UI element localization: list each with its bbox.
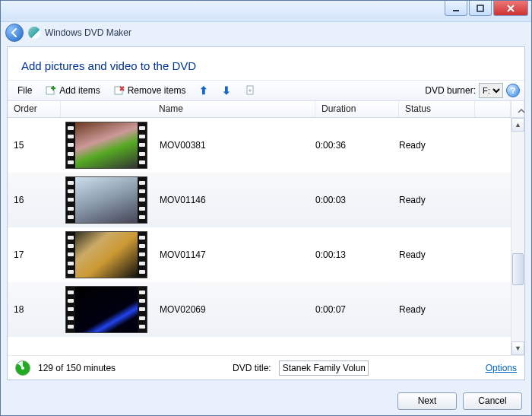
scrollbar-thumb[interactable] xyxy=(512,253,524,285)
file-menu-label: File xyxy=(17,85,32,96)
cell-order: 15 xyxy=(8,140,61,151)
col-scroll-header xyxy=(511,101,524,117)
app-title: Windows DVD Maker xyxy=(45,27,131,38)
dvd-burner-label: DVD burner: xyxy=(425,85,476,96)
cell-order: 18 xyxy=(8,304,61,315)
col-name-header[interactable]: Name xyxy=(159,103,183,115)
cell-status: Ready xyxy=(399,195,475,205)
vertical-scrollbar[interactable]: ▲ ▼ xyxy=(511,118,524,355)
dvd-burner-select[interactable]: F: xyxy=(479,83,503,98)
table-row[interactable]: 18MOV020690:00:07Ready xyxy=(8,282,511,337)
table-row[interactable]: 16MOV011460:00:03Ready xyxy=(8,173,511,227)
col-order-header[interactable]: Order xyxy=(8,101,61,117)
minimize-button[interactable] xyxy=(445,1,467,16)
next-button[interactable]: Next xyxy=(397,392,457,410)
back-arrow-icon xyxy=(9,27,20,38)
cell-thumbnail xyxy=(61,286,160,333)
button-bar: Next Cancel xyxy=(1,386,531,415)
cell-duration: 0:00:03 xyxy=(315,195,399,205)
page-heading: Add pictures and video to the DVD xyxy=(8,47,524,80)
maximize-icon xyxy=(475,3,486,14)
col-status-header[interactable]: Status xyxy=(399,101,475,117)
add-items-label: Add items xyxy=(59,85,100,96)
cell-name: MOV01146 xyxy=(160,195,315,205)
cell-order: 16 xyxy=(8,195,61,205)
add-icon xyxy=(46,85,56,96)
file-menu[interactable]: File xyxy=(12,83,37,98)
svg-rect-0 xyxy=(453,10,459,11)
dvd-title-input[interactable] xyxy=(279,360,369,376)
arrow-down-icon: ⬇ xyxy=(222,84,231,97)
navbar: Windows DVD Maker xyxy=(1,22,531,43)
titlebar xyxy=(1,1,531,22)
options-link[interactable]: Options xyxy=(486,363,517,373)
other-tool-button[interactable] xyxy=(239,83,261,98)
arrow-up-icon: ⬆ xyxy=(199,84,208,97)
minutes-used-label: 129 of 150 minutes xyxy=(38,363,116,373)
close-button[interactable] xyxy=(493,1,528,16)
sheet-icon xyxy=(245,85,255,96)
scrollbar-track[interactable] xyxy=(511,132,524,341)
add-items-button[interactable]: Add items xyxy=(40,83,105,98)
cell-thumbnail xyxy=(61,122,160,169)
list-body: 15MOV003810:00:36Ready16MOV011460:00:03R… xyxy=(8,118,524,355)
filmstrip-thumb xyxy=(65,122,147,169)
cell-duration: 0:00:07 xyxy=(315,304,399,315)
cancel-button[interactable]: Cancel xyxy=(463,392,522,410)
window-frame: Windows DVD Maker Add pictures and video… xyxy=(0,0,532,416)
remove-items-label: Remove items xyxy=(128,85,186,96)
col-rest-header xyxy=(475,101,511,117)
close-icon xyxy=(505,3,516,14)
help-icon: ? xyxy=(511,86,516,95)
cell-order: 17 xyxy=(8,249,61,260)
minimize-icon xyxy=(451,3,461,14)
move-down-button[interactable]: ⬇ xyxy=(217,82,236,99)
move-up-button[interactable]: ⬆ xyxy=(194,82,214,99)
table-row[interactable]: 17MOV011470:00:13Ready xyxy=(8,227,511,282)
svg-rect-1 xyxy=(477,5,483,11)
remove-icon xyxy=(114,85,125,96)
cell-name: MOV02069 xyxy=(160,304,315,315)
cell-status: Ready xyxy=(399,304,475,315)
filmstrip-thumb xyxy=(65,176,147,224)
footer-bar: 129 of 150 minutes DVD title: Options xyxy=(8,355,524,379)
toolbar: File Add items Remove items ⬆ ⬇ xyxy=(8,80,524,101)
table-row[interactable]: 15MOV003810:00:36Ready xyxy=(8,118,511,173)
cell-name: MOV01147 xyxy=(160,249,315,260)
cell-duration: 0:00:13 xyxy=(315,249,399,260)
col-duration-header[interactable]: Duration xyxy=(315,101,399,117)
cell-thumbnail xyxy=(61,231,160,278)
disc-usage-icon xyxy=(15,360,30,376)
cell-status: Ready xyxy=(399,140,475,151)
remove-items-button[interactable]: Remove items xyxy=(109,83,192,98)
maximize-button[interactable] xyxy=(469,1,492,16)
rows-container: 15MOV003810:00:36Ready16MOV011460:00:03R… xyxy=(8,118,511,355)
scroll-down-button[interactable]: ▼ xyxy=(511,341,524,355)
scroll-up-button[interactable]: ▲ xyxy=(511,118,524,132)
cell-duration: 0:00:36 xyxy=(315,140,399,151)
column-headers: Order Name Duration Status xyxy=(8,101,524,118)
help-button[interactable]: ? xyxy=(506,84,520,97)
back-button[interactable] xyxy=(5,24,24,42)
cell-status: Ready xyxy=(399,249,475,260)
dvd-title-label: DVD title: xyxy=(233,363,271,373)
chevron-up-icon xyxy=(518,107,525,115)
client-area: Add pictures and video to the DVD File A… xyxy=(7,46,525,380)
filmstrip-thumb xyxy=(65,231,147,278)
cell-name: MOV00381 xyxy=(160,140,315,151)
cell-thumbnail xyxy=(61,176,160,224)
app-icon xyxy=(28,27,40,39)
filmstrip-thumb xyxy=(65,286,147,333)
